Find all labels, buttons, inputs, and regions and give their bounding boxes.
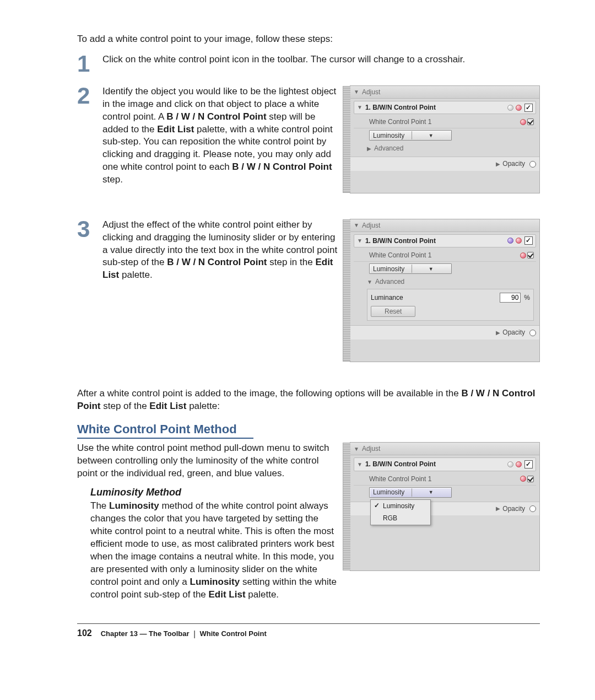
panel-2-wrap: Adjust 1. B/W/N Control Point White Cont… bbox=[350, 219, 540, 362]
method-dropdown[interactable]: Luminosity ▼ bbox=[369, 263, 452, 274]
step-2-number: 2 bbox=[77, 85, 102, 106]
advanced-label: Advanced bbox=[375, 277, 404, 286]
delete-step-icon[interactable] bbox=[516, 105, 522, 111]
delete-step-icon[interactable] bbox=[516, 238, 522, 244]
opacity-label: Opacity bbox=[502, 504, 525, 513]
advanced-disclosure[interactable]: Advanced bbox=[354, 142, 536, 154]
disclosure-right-icon[interactable] bbox=[496, 160, 500, 168]
disclosure-down-icon bbox=[354, 445, 359, 453]
t: Luminosity bbox=[190, 577, 240, 587]
substep-label: White Control Point 1 bbox=[369, 117, 519, 126]
dropdown-arrow-icon: ▼ bbox=[412, 488, 451, 497]
step-2-text: Identify the object you would like to be… bbox=[102, 85, 350, 187]
adjust-label: Adjust bbox=[362, 221, 380, 230]
bwn-step-label: 1. B/W/N Control Point bbox=[365, 460, 506, 469]
delete-step-icon[interactable] bbox=[516, 461, 522, 467]
opacity-radio[interactable] bbox=[529, 330, 536, 336]
disclosure-right-icon[interactable] bbox=[496, 329, 500, 337]
luminance-label: Luminance bbox=[371, 293, 500, 302]
disclosure-down-icon bbox=[357, 461, 363, 469]
undo-step-icon[interactable] bbox=[507, 238, 513, 244]
t: Edit List bbox=[157, 124, 194, 134]
panel-grip[interactable] bbox=[343, 86, 350, 193]
adjust-header[interactable]: Adjust bbox=[350, 443, 539, 455]
footer-separator: | bbox=[193, 629, 196, 638]
after-text: After a white control point is added to … bbox=[77, 387, 540, 413]
t: palette. bbox=[248, 589, 279, 600]
bwn-step-label: 1. B/W/N Control Point bbox=[365, 103, 506, 112]
step-enabled-checkbox[interactable] bbox=[524, 460, 533, 469]
dropdown-item-luminosity[interactable]: Luminosity bbox=[371, 500, 430, 512]
advanced-disclosure-open[interactable]: Advanced bbox=[354, 276, 536, 288]
delete-substep-icon[interactable] bbox=[520, 252, 526, 259]
disclosure-down-icon bbox=[357, 237, 363, 245]
step-2-row: 2 Identify the object you would like to … bbox=[77, 85, 540, 208]
disclosure-down-icon bbox=[357, 104, 363, 111]
panel-grip[interactable] bbox=[343, 443, 350, 570]
t: After a white control point is added to … bbox=[77, 388, 461, 399]
bwn-step-header[interactable]: 1. B/W/N Control Point bbox=[354, 101, 536, 114]
section-heading: White Control Point Method bbox=[77, 421, 540, 442]
new-step-icon[interactable] bbox=[507, 105, 513, 111]
white-control-point-substep[interactable]: White Control Point 1 bbox=[354, 116, 536, 128]
opacity-radio[interactable] bbox=[529, 505, 536, 512]
panel-1-wrap: Adjust 1. B/W/N Control Point White Cont… bbox=[350, 85, 540, 193]
luminosity-method-body: The Luminosity method of the white contr… bbox=[90, 500, 340, 601]
advanced-body: Luminance % Reset bbox=[367, 289, 534, 321]
chapter-label: Chapter 13 — The Toolbar bbox=[101, 629, 190, 638]
substep-label: White Control Point 1 bbox=[369, 475, 519, 483]
adjust-header[interactable]: Adjust bbox=[350, 219, 539, 232]
edit-list-panel-2: Adjust 1. B/W/N Control Point White Cont… bbox=[350, 219, 540, 362]
white-control-point-substep[interactable]: White Control Point 1 bbox=[354, 473, 536, 486]
substep-enabled-checkbox[interactable] bbox=[527, 476, 534, 482]
dropdown-item-rgb[interactable]: RGB bbox=[371, 512, 430, 524]
edit-list-panel-3: Adjust 1. B/W/N Control Point White Cont… bbox=[350, 442, 540, 571]
white-control-point-substep[interactable]: White Control Point 1 bbox=[354, 249, 536, 262]
method-dropdown-open[interactable]: Luminosity ▼ bbox=[369, 487, 452, 498]
bwn-step-header[interactable]: 1. B/W/N Control Point bbox=[354, 234, 536, 247]
delete-substep-icon[interactable] bbox=[520, 476, 526, 482]
t: Edit List bbox=[209, 589, 246, 600]
panel-3-wrap: Adjust 1. B/W/N Control Point White Cont… bbox=[350, 442, 540, 587]
luminance-input[interactable] bbox=[500, 293, 521, 303]
bwn-step-header[interactable]: 1. B/W/N Control Point bbox=[354, 457, 536, 471]
page-footer: 102 Chapter 13 — The Toolbar | White Con… bbox=[77, 623, 540, 639]
t: palette. bbox=[122, 270, 153, 280]
t: step of the bbox=[103, 401, 149, 411]
t: B / W / N Control Point bbox=[166, 111, 266, 122]
dropdown-arrow-icon: ▼ bbox=[412, 265, 451, 273]
t: method of the white control point always… bbox=[90, 500, 334, 587]
page-number: 102 bbox=[77, 627, 92, 639]
dropdown-arrow-icon: ▼ bbox=[412, 131, 451, 139]
disclosure-right-icon[interactable] bbox=[496, 505, 500, 513]
opacity-row: Opacity bbox=[350, 157, 539, 170]
step-enabled-checkbox[interactable] bbox=[524, 104, 533, 112]
substep-enabled-checkbox[interactable] bbox=[527, 119, 534, 125]
step-1-text: Click on the white control point icon in… bbox=[102, 53, 540, 74]
method-dropdown[interactable]: Luminosity ▼ bbox=[369, 130, 452, 141]
delete-substep-icon[interactable] bbox=[520, 119, 526, 125]
adjust-label: Adjust bbox=[362, 444, 380, 453]
step-1-number: 1 bbox=[77, 53, 102, 74]
disclosure-down-icon bbox=[354, 222, 359, 229]
step-enabled-checkbox[interactable] bbox=[524, 236, 533, 245]
panel-grip[interactable] bbox=[343, 219, 350, 362]
substep-enabled-checkbox[interactable] bbox=[527, 252, 534, 259]
method-dropdown-value: Luminosity bbox=[373, 265, 412, 273]
method-dropdown-value: Luminosity bbox=[373, 488, 412, 497]
step-1: 1 Click on the white control point icon … bbox=[77, 53, 540, 74]
reset-button[interactable]: Reset bbox=[371, 306, 415, 317]
opacity-label: Opacity bbox=[502, 159, 525, 168]
opacity-label: Opacity bbox=[502, 328, 525, 337]
t: palette: bbox=[189, 401, 220, 411]
method-paragraph: Use the white control point method pull-… bbox=[77, 442, 340, 480]
edit-list-panel-1: Adjust 1. B/W/N Control Point White Cont… bbox=[350, 85, 540, 193]
t: The bbox=[90, 500, 109, 511]
adjust-header[interactable]: Adjust bbox=[350, 86, 539, 99]
advanced-label: Advanced bbox=[374, 144, 403, 153]
t: B / W / N Control Point bbox=[232, 161, 332, 172]
opacity-radio[interactable] bbox=[529, 161, 536, 168]
new-step-icon[interactable] bbox=[507, 461, 513, 467]
adjust-label: Adjust bbox=[362, 88, 380, 96]
method-dropdown-list: Luminosity RGB bbox=[370, 499, 431, 525]
